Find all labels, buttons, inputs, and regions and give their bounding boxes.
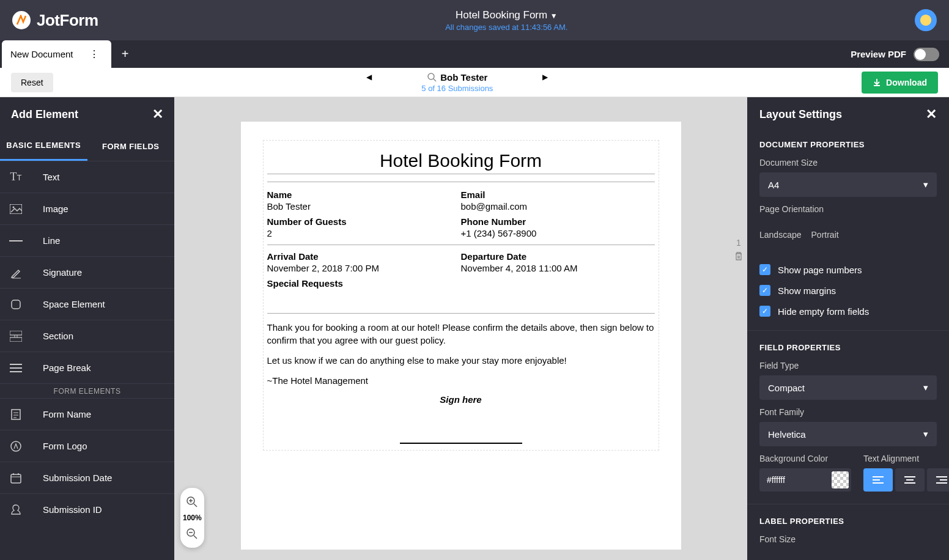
element-signature[interactable]: Signature xyxy=(0,256,174,288)
doc-size-select[interactable]: A4▾ xyxy=(759,172,937,197)
svg-rect-8 xyxy=(10,337,22,342)
saved-status: All changes saved at 11:43:56 AM. xyxy=(98,23,915,32)
tab-form-fields[interactable]: FORM FIELDS xyxy=(87,131,175,161)
field-props-title: FIELD PROPERTIES xyxy=(747,334,949,357)
divider xyxy=(267,313,655,314)
left-panel-title: Add Element xyxy=(11,108,78,121)
color-swatch[interactable] xyxy=(832,471,849,488)
page-break-icon xyxy=(0,363,32,373)
submitter-name[interactable]: Bob Tester xyxy=(427,72,487,83)
doc-title: Hotel Booking Form xyxy=(267,150,655,174)
checkbox-margins[interactable]: ✓ xyxy=(759,285,770,296)
reset-button[interactable]: Reset xyxy=(11,73,53,92)
zoom-percent: 100% xyxy=(183,514,202,522)
message-1: Thank you for booking a room at our hote… xyxy=(267,321,655,347)
orientation-landscape[interactable]: Landscape xyxy=(759,230,802,240)
close-left-panel-icon[interactable]: ✕ xyxy=(152,106,163,122)
document-page[interactable]: Hotel Booking Form NameBob Tester Emailb… xyxy=(241,122,681,550)
signature-line[interactable] xyxy=(400,443,522,444)
checkbox-page-numbers[interactable]: ✓ xyxy=(759,264,770,275)
text-align-label: Text Alignment xyxy=(863,454,949,463)
next-submission-button[interactable]: ▶ xyxy=(542,73,548,81)
value-guests: 2 xyxy=(267,228,461,238)
id-icon xyxy=(0,504,32,516)
form-title[interactable]: Hotel Booking Form ▼ xyxy=(98,9,915,21)
close-right-panel-icon[interactable]: ✕ xyxy=(926,106,937,122)
element-submission-date[interactable]: Submission Date xyxy=(0,462,174,493)
check-label-hide-empty: Hide empty form fields xyxy=(778,306,869,317)
element-space[interactable]: Space Element xyxy=(0,288,174,320)
form-name-icon xyxy=(0,408,32,421)
label-name: Name xyxy=(267,190,461,200)
app-logo: JotForm xyxy=(12,11,98,30)
element-form-name[interactable]: Form Name xyxy=(0,398,174,430)
element-image[interactable]: Image xyxy=(0,193,174,224)
document-tab[interactable]: New Document ⋮ xyxy=(2,40,111,68)
value-phone: +1 (234) 567-8900 xyxy=(461,228,655,238)
zoom-out-button[interactable] xyxy=(183,525,201,543)
page-number: 1 xyxy=(736,238,741,248)
field-type-label: Field Type xyxy=(759,361,937,370)
element-text[interactable]: TTText xyxy=(0,161,174,193)
zoom-in-button[interactable] xyxy=(183,493,201,511)
date-icon xyxy=(0,473,32,484)
right-panel-title: Layout Settings xyxy=(759,108,842,121)
search-icon xyxy=(427,72,437,82)
label-props-title: LABEL PROPERTIES xyxy=(747,508,949,531)
chevron-down-icon: ▾ xyxy=(923,382,928,393)
svg-rect-12 xyxy=(12,410,20,419)
tab-menu-icon[interactable]: ⋮ xyxy=(86,48,103,60)
trash-icon[interactable] xyxy=(734,251,744,261)
svg-rect-17 xyxy=(11,474,21,483)
checkbox-hide-empty[interactable]: ✓ xyxy=(759,306,770,317)
tab-basic-elements[interactable]: BASIC ELEMENTS xyxy=(0,131,87,161)
preview-pdf-label: Preview PDF xyxy=(851,49,906,59)
message-3: ~The Hotel Management xyxy=(267,374,655,387)
check-label-page-numbers: Show page numbers xyxy=(778,265,862,275)
orientation-label: Page Orientation xyxy=(759,204,937,214)
form-elements-header: FORM ELEMENTS xyxy=(0,383,174,398)
svg-point-3 xyxy=(13,206,15,208)
element-page-break[interactable]: Page Break xyxy=(0,352,174,383)
svg-rect-7 xyxy=(10,331,22,335)
value-name: Bob Tester xyxy=(267,201,461,212)
svg-point-0 xyxy=(428,73,434,79)
user-avatar[interactable] xyxy=(915,9,937,31)
label-special: Special Requests xyxy=(267,278,655,289)
image-icon xyxy=(0,204,32,214)
add-tab-button[interactable]: + xyxy=(116,45,135,64)
download-button[interactable]: Download xyxy=(862,72,938,94)
section-icon xyxy=(0,331,32,342)
signature-icon xyxy=(0,267,32,279)
field-type-select[interactable]: Compact▾ xyxy=(759,375,937,400)
value-arrival: November 2, 2018 7:00 PM xyxy=(267,263,461,273)
label-email: Email xyxy=(461,190,655,200)
bg-color-input[interactable]: #ffffff xyxy=(759,468,851,492)
label-arrival: Arrival Date xyxy=(267,251,461,262)
download-icon xyxy=(873,78,881,87)
preview-pdf-toggle[interactable] xyxy=(914,48,939,61)
divider xyxy=(267,245,655,245)
value-email: bob@gmail.com xyxy=(461,201,655,212)
prev-submission-button[interactable]: ◀ xyxy=(366,73,372,81)
text-icon: TT xyxy=(0,171,32,183)
chevron-down-icon: ▾ xyxy=(923,179,928,190)
space-icon xyxy=(0,298,32,311)
align-left-button[interactable] xyxy=(863,468,893,492)
value-departure: November 4, 2018 11:00 AM xyxy=(461,263,655,273)
line-icon xyxy=(0,240,32,242)
font-size-label: Font Size xyxy=(759,534,937,544)
svg-rect-6 xyxy=(12,300,20,309)
label-phone: Phone Number xyxy=(461,216,655,227)
element-line[interactable]: Line xyxy=(0,224,174,256)
orientation-portrait[interactable]: Portrait xyxy=(811,230,839,240)
element-form-logo[interactable]: Form Logo xyxy=(0,430,174,462)
check-label-margins: Show margins xyxy=(778,286,836,296)
align-right-button[interactable] xyxy=(927,468,949,492)
svg-line-22 xyxy=(194,504,197,507)
align-center-button[interactable] xyxy=(895,468,925,492)
element-section[interactable]: Section xyxy=(0,320,174,352)
svg-line-1 xyxy=(434,79,436,81)
font-family-select[interactable]: Helvetica▾ xyxy=(759,422,937,446)
element-submission-id[interactable]: Submission ID xyxy=(0,493,174,525)
